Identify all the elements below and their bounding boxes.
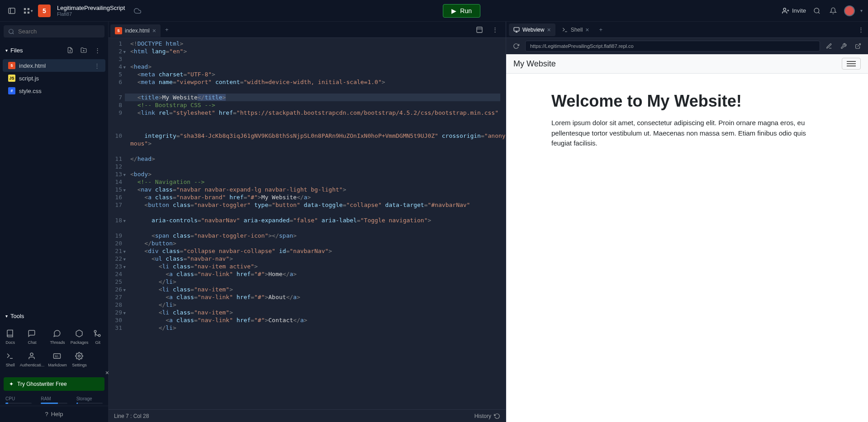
sidebar-search-input[interactable] <box>18 28 100 35</box>
chevron-down-icon[interactable]: ▾ <box>5 48 8 53</box>
svg-line-12 <box>13 33 14 34</box>
tool-label: Authenticati... <box>20 363 45 367</box>
line-number: 11 <box>109 155 122 163</box>
avatar[interactable] <box>844 5 855 16</box>
invite-button[interactable]: Invite <box>782 7 806 14</box>
line-number: 7 <box>109 94 122 101</box>
code-line[interactable]: <meta charset="UTF-8"> <box>130 70 506 78</box>
history-label[interactable]: History <box>474 413 491 419</box>
close-icon[interactable]: × <box>105 369 109 376</box>
open-external-icon[interactable] <box>853 41 863 52</box>
avatar-chevron-icon[interactable]: ▾ <box>860 8 863 13</box>
edit-icon[interactable] <box>824 41 835 52</box>
close-icon[interactable]: × <box>152 27 156 34</box>
line-number: 24 <box>109 270 122 278</box>
line-number: 9 <box>109 109 122 132</box>
code-line[interactable] <box>130 55 506 63</box>
editor-tab-active[interactable]: 5 index.html × <box>110 24 161 37</box>
files-more-icon[interactable]: ⋮ <box>92 45 103 56</box>
preview-brand[interactable]: My Website <box>513 59 556 69</box>
menu-dropdown[interactable]: ▾ <box>22 5 34 17</box>
ram-meter: RAM <box>41 396 67 404</box>
code-line[interactable]: <title>My Website</title> <box>125 94 500 101</box>
tab-shell[interactable]: Shell × <box>557 23 594 36</box>
storage-meter: Storage <box>76 396 103 404</box>
run-button[interactable]: ▶ Run <box>443 4 480 18</box>
sidebar-search[interactable] <box>4 25 104 38</box>
svg-line-30 <box>858 44 860 47</box>
tool-chat[interactable]: Chat <box>19 327 46 347</box>
tool-threads[interactable]: Threads <box>47 327 68 347</box>
code-line[interactable]: <span class="navbar-toggler-icon"></span… <box>130 232 506 239</box>
js-icon: JS <box>8 75 15 82</box>
ghostwriter-banner[interactable]: ✦ Try Ghostwriter Free <box>4 377 104 391</box>
tool-authenticati[interactable]: Authenticati... <box>19 349 46 370</box>
file-item-index-html[interactable]: 5index.html⋮ <box>3 59 105 72</box>
code-line[interactable]: <link rel="stylesheet" href="https://sta… <box>130 109 506 132</box>
code-line[interactable] <box>130 163 506 170</box>
more-icon[interactable]: ⋮ <box>489 24 500 35</box>
tool-settings[interactable]: Settings <box>70 349 90 370</box>
code-line[interactable]: <li class="nav-item active"> <box>130 263 506 270</box>
code-line[interactable]: <a class="nav-link" href="#">Contact</a> <box>130 316 506 324</box>
bell-icon[interactable] <box>828 5 839 16</box>
code-line[interactable]: </button> <box>130 239 506 247</box>
reload-icon[interactable] <box>511 41 522 52</box>
help-button[interactable]: ? Help <box>0 406 108 422</box>
tool-docs[interactable]: Docs <box>4 327 17 347</box>
code-line[interactable]: <!-- Navigation --> <box>130 178 506 186</box>
code-line[interactable]: <button class="navbar-toggler" type="but… <box>130 201 506 216</box>
code-line[interactable]: <li class="nav-item"> <box>130 309 506 316</box>
code-line[interactable]: integrity="sha384-JcKb8q3iqJ61gNV9KGb8th… <box>130 132 506 155</box>
code-line[interactable]: </head> <box>130 155 506 163</box>
file-more-icon[interactable]: ⋮ <box>94 62 100 69</box>
code-line[interactable]: <a class="navbar-brand" href="#">My Webs… <box>130 193 506 201</box>
code-line[interactable]: <li class="nav-item"> <box>130 286 506 293</box>
webview-label: Webview <box>522 27 544 33</box>
search-icon[interactable] <box>811 5 822 16</box>
code-line[interactable]: <meta name="viewport" content="width=dev… <box>130 78 506 94</box>
code-line[interactable]: <body> <box>130 170 506 178</box>
navbar-toggler[interactable] <box>842 58 861 70</box>
code-content[interactable]: <!DOCTYPE html><html lang="en"><head> <m… <box>125 38 506 409</box>
code-editor[interactable]: 12▼34▼5678910111213▼1415▼161718▼192021▼2… <box>109 38 506 409</box>
code-line[interactable]: <!DOCTYPE html> <box>130 40 506 47</box>
sparkle-icon: ✦ <box>9 381 14 387</box>
close-icon[interactable]: × <box>585 26 589 33</box>
code-line[interactable]: <a class="nav-link" href="#">Home</a> <box>130 270 506 278</box>
code-line[interactable]: </li> <box>130 324 506 332</box>
tool-shell[interactable]: Shell <box>4 349 17 370</box>
line-number: 14 <box>109 178 122 186</box>
wrench-icon[interactable] <box>838 41 849 52</box>
code-line[interactable]: <a class="nav-link" href="#">About</a> <box>130 293 506 301</box>
code-line[interactable]: <head> <box>130 63 506 70</box>
tool-git[interactable]: Git <box>91 327 104 347</box>
tool-label: Settings <box>71 363 89 367</box>
tool-packages[interactable]: Packages <box>70 327 90 347</box>
line-number: 6 <box>109 78 122 94</box>
code-line[interactable]: <ul class="navbar-nav"> <box>130 255 506 263</box>
close-icon[interactable]: × <box>547 26 550 33</box>
panel-toggle-icon[interactable] <box>5 5 18 17</box>
file-item-script-js[interactable]: JSscript.js <box>3 72 105 84</box>
add-tab-button[interactable]: + <box>161 23 173 36</box>
code-line[interactable]: <nav class="navbar navbar-expand-lg navb… <box>130 186 506 193</box>
new-file-icon[interactable] <box>65 45 76 56</box>
tool-markdown[interactable]: M↓Markdown <box>47 349 68 370</box>
add-tab-button[interactable]: + <box>595 23 607 36</box>
code-line[interactable]: <html lang="en"> <box>130 47 506 55</box>
chevron-down-icon[interactable]: ▾ <box>5 314 8 319</box>
code-line[interactable]: aria-controls="navbarNav" aria-expanded=… <box>130 216 506 232</box>
tab-webview[interactable]: Webview × <box>509 23 555 36</box>
url-input[interactable]: https://LegitimatePrevailingScript.flafi… <box>525 41 820 52</box>
history-icon[interactable] <box>494 413 500 419</box>
docs-icon <box>6 329 15 338</box>
code-line[interactable]: </li> <box>130 278 506 286</box>
code-line[interactable]: <!-- Bootstrap CSS --> <box>130 101 506 109</box>
new-folder-icon[interactable] <box>78 45 89 56</box>
file-item-style-css[interactable]: #style.css <box>3 84 105 97</box>
code-line[interactable]: <div class="collapse navbar-collapse" id… <box>130 247 506 255</box>
code-line[interactable]: </li> <box>130 301 506 309</box>
more-icon[interactable]: ⋮ <box>855 24 866 35</box>
layout-icon[interactable] <box>474 24 485 35</box>
